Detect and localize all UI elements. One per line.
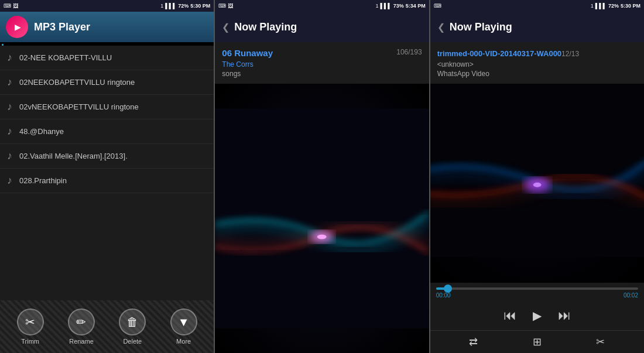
- usb-icon-3: ⌨: [434, 3, 441, 9]
- signal-icon: ▌▌▌: [165, 3, 176, 9]
- song-name-2: 02NEEKOBAPETTVILLU ringtone: [19, 78, 135, 87]
- artwork-3: [430, 84, 644, 283]
- now-playing-header-2: ❮ Now Playing: [215, 12, 429, 42]
- status-left-1: ⌨ 🖼: [4, 3, 18, 9]
- bottom-toolbar: ✂ Trimm ✏ Rename 🗑 Delete ▼ More: [0, 300, 214, 353]
- song-name-row-2: 06 Runaway 106/193: [222, 48, 422, 59]
- rename-button[interactable]: ✏ Rename: [68, 309, 95, 345]
- status-right-1: 1 ▌▌▌ 72% 5:30 PM: [160, 3, 210, 9]
- svg-point-5: [533, 183, 541, 187]
- song-item-5[interactable]: ♪ 02.Vaathil Melle.[Neram].[2013].: [0, 144, 214, 169]
- music-note-icon-6: ♪: [7, 174, 12, 187]
- time-1: 5:30 PM: [190, 3, 210, 9]
- more-icon: ▼: [170, 309, 197, 335]
- song-name-3: trimmed-000-VID-20140317-WA000: [437, 49, 561, 58]
- back-arrow-icon-2[interactable]: ❮: [222, 22, 229, 33]
- total-time: 00:02: [624, 292, 638, 299]
- song-item-2[interactable]: ♪ 02NEEKOBAPETTVILLU ringtone: [0, 70, 214, 95]
- panel-now-playing-3: ⌨ 1 ▌▌▌ 72% 5:30 PM ❮ Now Playing trimme…: [430, 0, 644, 353]
- now-playing-header-3: ❮ Now Playing: [430, 12, 644, 42]
- song-item-3[interactable]: ♪ 02vNEEKOBAPETTVILLU ringtone: [0, 95, 214, 119]
- photos-button[interactable]: ⊞: [533, 335, 542, 348]
- progress-track[interactable]: [436, 287, 638, 290]
- music-note-icon-1: ♪: [7, 52, 12, 64]
- music-note-icon-2: ♪: [7, 76, 12, 88]
- battery-3: 72%: [608, 3, 619, 9]
- song-name-1: 02-NEE KOBAPETT-VILLU: [19, 53, 112, 62]
- song-name-6: 028.Prarthipin: [19, 176, 67, 185]
- rename-icon: ✏: [68, 309, 95, 335]
- song-name-3: 02vNEEKOBAPETTVILLU ringtone: [19, 102, 139, 111]
- delete-label: Delete: [123, 338, 142, 345]
- status-right-2: 1 ▌▌▌ 73% 5:34 PM: [375, 3, 425, 9]
- artist-3: <unknown>: [437, 60, 637, 68]
- song-info-2: 06 Runaway 106/193 The Corrs songs: [215, 42, 429, 84]
- delete-button[interactable]: 🗑 Delete: [119, 309, 146, 345]
- status-right-3: 1 ▌▌▌ 72% 5:30 PM: [591, 3, 640, 9]
- more-button[interactable]: ▼ More: [170, 309, 197, 345]
- song-count-2: 106/193: [396, 48, 422, 56]
- song-name-row-3: trimmed-000-VID-20140317-WA00012/13: [437, 48, 637, 59]
- sim-icon: 1: [160, 3, 163, 9]
- back-arrow-icon-3[interactable]: ❮: [437, 22, 445, 33]
- battery-2: 73%: [393, 3, 404, 9]
- song-item-1[interactable]: ♪ 02-NEE KOBAPETT-VILLU: [0, 46, 214, 70]
- song-info-3: trimmed-000-VID-20140317-WA00012/13 <unk…: [430, 42, 644, 84]
- progress-container: 00:00 00:02: [430, 283, 644, 301]
- panel-now-playing-2: ⌨ 🖼 1 ▌▌▌ 73% 5:34 PM ❮ Now Playing 06 R…: [215, 0, 429, 353]
- delete-icon: 🗑: [119, 309, 146, 335]
- status-bar-1: ⌨ 🖼 1 ▌▌▌ 72% 5:30 PM: [0, 0, 214, 12]
- progress-thumb[interactable]: [444, 285, 452, 293]
- song-item-4[interactable]: ♪ 48.@Dhanye: [0, 119, 214, 144]
- usb-icon: ⌨: [4, 3, 11, 9]
- play-pause-button[interactable]: ▶: [530, 306, 544, 325]
- artwork-2: [215, 84, 429, 353]
- panel-mp3-player: ⌨ 🖼 1 ▌▌▌ 72% 5:30 PM MP3 Player ♪ 02-NE…: [0, 0, 214, 353]
- song-name-2: 06 Runaway: [222, 48, 273, 58]
- status-bar-2: ⌨ 🖼 1 ▌▌▌ 73% 5:34 PM: [215, 0, 429, 12]
- progress-times: 00:00 00:02: [436, 292, 638, 299]
- now-playing-title-2: Now Playing: [234, 21, 297, 33]
- music-note-icon-5: ♪: [7, 150, 12, 162]
- scissors-button[interactable]: ✂: [596, 335, 605, 348]
- music-note-icon-4: ♪: [7, 125, 12, 138]
- time-3: 5:30 PM: [621, 3, 640, 9]
- time-2: 5:34 PM: [406, 3, 426, 9]
- current-time: 00:00: [436, 292, 451, 299]
- trimm-label: Trimm: [21, 338, 39, 345]
- music-note-icon-3: ♪: [7, 101, 12, 113]
- image-icon: 🖼: [13, 3, 18, 9]
- svg-point-2: [317, 235, 327, 239]
- sim-icon-3: 1: [591, 3, 594, 9]
- status-left-3: ⌨: [434, 3, 441, 9]
- status-left-2: ⌨ 🖼: [218, 3, 233, 9]
- prev-button[interactable]: ⏮: [501, 306, 519, 325]
- trimm-icon: ✂: [17, 309, 44, 335]
- song-list: ♪ 02-NEE KOBAPETT-VILLU ♪ 02NEEKOBAPETTV…: [0, 46, 214, 300]
- song-name-5: 02.Vaathil Melle.[Neram].[2013].: [19, 152, 128, 160]
- song-name-4: 48.@Dhanye: [19, 127, 64, 136]
- sim-icon-2: 1: [375, 3, 378, 9]
- app-title: MP3 Player: [34, 21, 90, 33]
- image-icon-2: 🖼: [228, 3, 233, 9]
- album-2: songs: [222, 70, 422, 78]
- mp3-header: MP3 Player: [0, 12, 214, 42]
- rename-label: Rename: [69, 338, 94, 345]
- now-playing-title-3: Now Playing: [450, 21, 512, 33]
- more-label: More: [176, 338, 191, 345]
- artwork-svg-3: [430, 84, 644, 257]
- app-logo: [6, 16, 28, 38]
- artwork-svg-2: [215, 84, 429, 353]
- song-item-6[interactable]: ♪ 028.Prarthipin: [0, 169, 214, 193]
- status-bar-3: ⌨ 1 ▌▌▌ 72% 5:30 PM: [430, 0, 644, 12]
- trimm-button[interactable]: ✂ Trimm: [17, 309, 44, 345]
- svg-rect-0: [215, 108, 429, 328]
- battery-1: 72%: [178, 3, 189, 9]
- signal-icon-3: ▌▌▌: [595, 3, 607, 9]
- usb-icon-2: ⌨: [218, 3, 226, 9]
- next-button[interactable]: ⏭: [556, 306, 573, 325]
- playback-controls: ⏮ ▶ ⏭: [430, 301, 644, 330]
- shuffle-button[interactable]: ⇄: [469, 335, 478, 348]
- album-3: WhatsApp Video: [437, 70, 637, 78]
- artist-2: The Corrs: [222, 60, 422, 68]
